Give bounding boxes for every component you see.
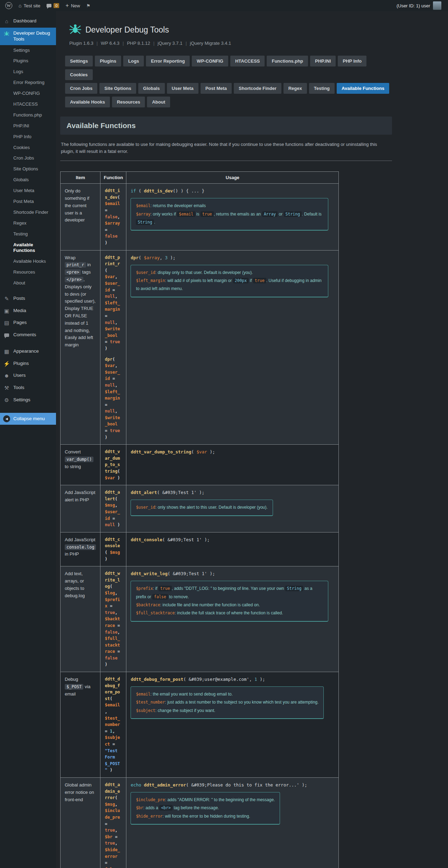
sidebar-item-htaccess[interactable]: HTACCESS — [0, 99, 56, 110]
sidebar-item-pages[interactable]: ▤Pages — [0, 317, 56, 329]
tab-regex[interactable]: Regex — [284, 83, 307, 94]
section-heading-label: Available Functions — [66, 121, 136, 129]
sidebar-item-collapse-menu[interactable]: ◀Collapse menu — [0, 413, 56, 425]
sidebar-item-globals[interactable]: Globals — [0, 175, 56, 185]
pages-icon: ▤ — [3, 320, 10, 326]
inline-code: var_dump() — [65, 457, 93, 462]
tab-wp-config[interactable]: WP-CONFIG — [192, 56, 228, 66]
sidebar-item-tools[interactable]: ⚒Tools — [0, 382, 56, 394]
sidebar-item-settings[interactable]: ⚙Settings — [0, 394, 56, 407]
new-label: New — [71, 3, 80, 8]
tab-error-reporting[interactable]: Error Reporting — [146, 56, 190, 66]
sidebar-item-shortcode-finder[interactable]: Shortcode Finder — [0, 207, 56, 218]
usage-note-line: $user_id: only shows the alert to this u… — [136, 503, 267, 511]
tab-testing[interactable]: Testing — [309, 83, 335, 94]
menu-label: Collapse menu — [13, 416, 45, 421]
tab-php-ini[interactable]: PHP.INI — [310, 56, 336, 66]
item-cell: Global admin error notice on front-end — [61, 777, 100, 868]
sidebar-item-appearance[interactable]: ▦Appearance — [0, 346, 56, 358]
tab-available-functions[interactable]: Available Functions — [337, 83, 389, 94]
sidebar-item-comments[interactable]: Comments — [0, 329, 56, 341]
comments-menu[interactable]: 0 — [43, 0, 62, 11]
tab-htaccess[interactable]: HTACCESS — [230, 56, 265, 66]
menu-label: Site Options — [13, 166, 38, 171]
sidebar-item-testing[interactable]: Testing — [0, 229, 56, 240]
sidebar-item-functions-php[interactable]: Functions.php — [0, 110, 56, 121]
tab-about[interactable]: About — [147, 97, 170, 107]
item-cell: Only do something if the current user is… — [61, 184, 100, 250]
sidebar-item-site-options[interactable]: Site Options — [0, 164, 56, 175]
sidebar-item-php-ini[interactable]: PHP.INI — [0, 121, 56, 132]
usage-cell: ddtt_console( &#039;Test 1' ); — [126, 532, 339, 566]
sidebar-item-php-info[interactable]: PHP Info — [0, 132, 56, 142]
sidebar-item-posts[interactable]: ✎Posts — [0, 293, 56, 305]
tab-php-info[interactable]: PHP Info — [338, 56, 366, 66]
menu-separator — [0, 289, 56, 293]
sidebar-item-error-reporting[interactable]: Error Reporting — [0, 77, 56, 88]
sidebar-item-available-functions[interactable]: Available Functions — [0, 240, 56, 256]
menu-label: Shortcode Finder — [13, 210, 48, 215]
usage-code: ddtt_alert( &#039;Test 1' ); — [131, 489, 334, 496]
sidebar-item-user-meta[interactable]: User Meta — [0, 185, 56, 196]
menu-label: Available Functions — [13, 242, 35, 253]
sidebar-item-cookies[interactable]: Cookies — [0, 142, 56, 153]
tab-resources[interactable]: Resources — [112, 97, 145, 107]
usage-note: $user_id: only shows the alert to this u… — [131, 500, 273, 516]
admin-layout: ⌂Dashboard Developer Debug ToolsSettings… — [0, 11, 448, 868]
sidebar-item-plugins[interactable]: ⚡Plugins — [0, 358, 56, 370]
tab-site-options[interactable]: Site Options — [99, 83, 136, 94]
table-row: Wrap print_r in <pre> tags </pre>, Displ… — [61, 250, 339, 445]
sidebar-item-resources[interactable]: Resources — [0, 267, 56, 278]
meta-item: PHP 8.1.12 — [127, 41, 150, 46]
tab-globals[interactable]: Globals — [138, 83, 165, 94]
sidebar-item-media[interactable]: ▣Media — [0, 305, 56, 317]
sidebar-item-about[interactable]: About — [0, 278, 56, 289]
sidebar-item-developer-debug-tools[interactable]: Developer Debug Tools — [0, 28, 56, 45]
usage-note-line: $backtrace: include file and line number… — [136, 601, 323, 609]
usage-note-line: $full_stacktrace: include the full stack… — [136, 609, 323, 617]
sidebar-item-available-hooks[interactable]: Available Hooks — [0, 256, 56, 267]
tab-user-meta[interactable]: User Meta — [167, 83, 198, 94]
function-cell: ddtt_debug_form_post( $email, $test_numb… — [100, 672, 126, 778]
wp-logo-menu[interactable]: W — [2, 0, 15, 11]
tab-logs[interactable]: Logs — [123, 56, 144, 66]
menu-label: Cron Jobs — [13, 155, 34, 161]
user-menu[interactable]: (User ID: 1) user — [393, 0, 444, 11]
inline-code: String — [136, 219, 154, 225]
wordpress-logo-icon: W — [5, 2, 12, 9]
tab-functions-php[interactable]: Functions.php — [267, 56, 308, 66]
menu-label: Error Reporting — [13, 80, 44, 85]
tab-available-hooks[interactable]: Available Hooks — [65, 97, 110, 107]
menu-label: Plugins — [13, 361, 29, 367]
inline-code: <pre> — [65, 269, 81, 275]
inline-code: String — [285, 586, 303, 591]
function-cell: ddtt_console( $msg ) — [100, 532, 126, 566]
tab-settings[interactable]: Settings — [65, 56, 93, 66]
sidebar-item-wp-config[interactable]: WP-CONFIG — [0, 88, 56, 99]
sidebar-item-users[interactable]: ☻Users — [0, 370, 56, 382]
sidebar-item-regex[interactable]: Regex — [0, 218, 56, 229]
dashboard-icon: ⌂ — [3, 18, 10, 25]
sidebar-item-post-meta[interactable]: Post Meta — [0, 196, 56, 207]
tab-cron-jobs[interactable]: Cron Jobs — [65, 83, 97, 94]
sidebar-item-dashboard[interactable]: ⌂Dashboard — [0, 15, 56, 28]
tab-shortcode-finder[interactable]: Shortcode Finder — [234, 83, 281, 94]
menu-label: WP-CONFIG — [13, 91, 40, 96]
sidebar-item-settings[interactable]: Settings — [0, 45, 56, 56]
function-cell: ddtt_write_log( $log, $prefix = true, $b… — [100, 566, 126, 672]
sidebar-item-plugins[interactable]: Plugins — [0, 56, 56, 66]
users-icon: ☻ — [3, 373, 10, 379]
tab-post-meta[interactable]: Post Meta — [201, 83, 232, 94]
section-heading: Available Functions — [60, 117, 392, 135]
tab-cookies[interactable]: Cookies — [65, 69, 93, 80]
sidebar-item-logs[interactable]: Logs — [0, 66, 56, 77]
function-signature: ddtt_write_log( $log, $prefix = true, $b… — [105, 570, 122, 668]
meta-separator: | — [97, 41, 98, 46]
sidebar-item-cron-jobs[interactable]: Cron Jobs — [0, 153, 56, 164]
tools-icon: ⚒ — [3, 385, 10, 391]
new-content-menu[interactable]: + New — [62, 0, 83, 11]
inline-code: console.log — [65, 544, 96, 550]
tab-plugins[interactable]: Plugins — [95, 56, 121, 66]
site-menu[interactable]: ⌂ Test site — [15, 0, 43, 11]
ddtt-adminbar-item[interactable]: ⚑ — [83, 0, 94, 11]
